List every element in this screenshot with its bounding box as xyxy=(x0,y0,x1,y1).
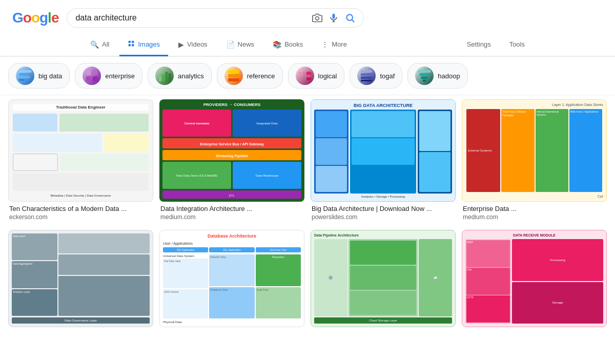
svg-rect-18 xyxy=(159,77,161,81)
svg-rect-36 xyxy=(421,77,427,79)
chip-analytics-label: analytics xyxy=(178,72,204,80)
svg-point-0 xyxy=(316,17,319,20)
tab-settings-label: Settings xyxy=(467,40,491,48)
tab-settings[interactable]: Settings xyxy=(459,34,499,56)
result-2-source: medium.com xyxy=(160,213,303,221)
chip-reference-label: reference xyxy=(247,72,275,80)
chip-big-data-label: big data xyxy=(38,72,62,80)
svg-rect-23 xyxy=(228,74,239,77)
google-logo[interactable]: Google xyxy=(12,10,58,26)
svg-rect-35 xyxy=(420,73,429,76)
svg-rect-9 xyxy=(132,44,134,46)
svg-rect-37 xyxy=(423,80,426,81)
svg-rect-12 xyxy=(19,76,30,78)
more-icon: ⋮ xyxy=(321,40,329,49)
svg-rect-32 xyxy=(361,77,373,79)
tab-images[interactable]: Images xyxy=(119,34,168,56)
svg-rect-7 xyxy=(132,41,134,43)
tab-all[interactable]: 🔍 All xyxy=(82,34,117,56)
image-result-4[interactable]: Layer 1: Application Data Stores Externa… xyxy=(462,99,607,226)
tab-tools-label: Tools xyxy=(509,40,525,48)
svg-rect-13 xyxy=(19,79,25,81)
result-1-source: eckerson.com xyxy=(9,213,152,221)
svg-line-5 xyxy=(352,20,355,23)
tab-more[interactable]: ⋮ More xyxy=(313,34,355,56)
svg-rect-11 xyxy=(19,73,27,75)
chip-logical-label: logical xyxy=(318,72,337,80)
tab-books-label: Books xyxy=(284,40,303,48)
result-3-title: Big Data Architecture | Download Now ... xyxy=(312,205,455,212)
search-bar xyxy=(67,8,364,28)
result-1-info: Ten Characteristics of a Modern Data ...… xyxy=(8,202,153,226)
svg-rect-24 xyxy=(228,78,239,81)
image-result-2[interactable]: PROVIDERS → CONSUMERS Central metadata I… xyxy=(159,99,304,226)
svg-rect-1 xyxy=(333,14,335,19)
chip-hadoop[interactable]: hadoop xyxy=(407,63,467,89)
svg-rect-17 xyxy=(93,77,97,81)
svg-rect-8 xyxy=(129,44,131,46)
tab-news[interactable]: 📄 News xyxy=(218,34,263,56)
result-4-info: Enterprise Data ... medium.com xyxy=(462,202,607,226)
svg-rect-14 xyxy=(86,70,91,75)
result-1-title: Ten Characteristics of a Modern Data ... xyxy=(9,205,152,212)
result-4-title: Enterprise Data ... xyxy=(463,205,606,212)
chip-logical[interactable]: logical xyxy=(288,63,345,89)
books-icon: 📚 xyxy=(273,40,281,49)
image-grid-row2: Data Layer Data Aggregation Analytics La… xyxy=(0,230,615,331)
filter-chips: big data enterprise analytics xyxy=(0,57,615,95)
svg-rect-22 xyxy=(228,70,239,73)
tab-news-label: News xyxy=(238,40,255,48)
tab-videos-label: Videos xyxy=(187,40,208,48)
chip-hadoop-label: hadoop xyxy=(438,72,460,80)
image-result-1[interactable]: Traditional Data Engineer Metadata | Dat… xyxy=(8,99,153,226)
chip-analytics[interactable]: analytics xyxy=(148,63,212,89)
svg-rect-31 xyxy=(361,73,373,76)
header: Google xyxy=(0,0,615,34)
svg-rect-34 xyxy=(418,70,431,73)
tab-tools[interactable]: Tools xyxy=(501,34,533,56)
svg-rect-16 xyxy=(86,77,91,81)
result-3-source: powerslides.com xyxy=(312,213,455,221)
image-result-3[interactable]: BIG DATA ARCHITECTURE xyxy=(311,99,456,226)
svg-rect-19 xyxy=(162,74,165,81)
svg-rect-6 xyxy=(129,41,131,43)
chip-reference[interactable]: reference xyxy=(217,63,283,89)
svg-rect-27 xyxy=(306,72,311,75)
image-result-8[interactable]: DATA RECEIVE MODULE IMAP FTP HTTP Proces… xyxy=(462,230,607,327)
svg-rect-25 xyxy=(298,72,302,75)
image-result-6[interactable]: Database Architecture User / Application… xyxy=(159,230,304,327)
image-result-7[interactable]: Data Pipeline Architecture ⚙️ ☁️ Cloud S… xyxy=(311,230,456,327)
image-result-5[interactable]: Data Layer Data Aggregation Analytics La… xyxy=(8,230,153,327)
svg-rect-33 xyxy=(361,80,373,81)
result-2-title: Data Integration Architecture ... xyxy=(160,205,303,212)
result-2-info: Data Integration Architecture ... medium… xyxy=(159,202,304,226)
result-3-info: Big Data Architecture | Download Now ...… xyxy=(311,202,456,226)
svg-rect-15 xyxy=(93,70,97,75)
search-submit-icon[interactable] xyxy=(345,13,355,23)
chip-togaf[interactable]: togaf xyxy=(350,63,402,89)
search-icons xyxy=(312,13,355,23)
search-input[interactable] xyxy=(75,13,308,23)
chip-enterprise[interactable]: enterprise xyxy=(75,63,142,89)
tab-all-label: All xyxy=(102,40,109,48)
search-icon: 🔍 xyxy=(90,40,99,49)
videos-icon: ▶ xyxy=(178,40,184,49)
svg-rect-10 xyxy=(19,70,32,73)
svg-rect-29 xyxy=(306,77,311,80)
news-icon: 📄 xyxy=(226,40,235,49)
result-4-source: medium.com xyxy=(463,213,606,221)
nav-right: Settings Tools xyxy=(459,34,533,55)
voice-search-icon[interactable] xyxy=(329,13,339,23)
svg-rect-21 xyxy=(169,73,171,81)
chip-enterprise-label: enterprise xyxy=(105,72,135,80)
tab-more-label: More xyxy=(332,40,347,48)
camera-search-icon[interactable] xyxy=(312,13,322,23)
nav-tabs: 🔍 All Images ▶ Videos 📄 News 📚 Books ⋮ M… xyxy=(0,34,615,56)
svg-rect-30 xyxy=(361,70,373,73)
tab-videos[interactable]: ▶ Videos xyxy=(170,34,216,56)
chip-togaf-label: togaf xyxy=(380,72,395,80)
image-grid: Traditional Data Engineer Metadata | Dat… xyxy=(0,95,615,230)
tab-books[interactable]: 📚 Books xyxy=(264,34,311,56)
svg-rect-20 xyxy=(166,72,168,81)
chip-big-data[interactable]: big data xyxy=(8,63,70,89)
